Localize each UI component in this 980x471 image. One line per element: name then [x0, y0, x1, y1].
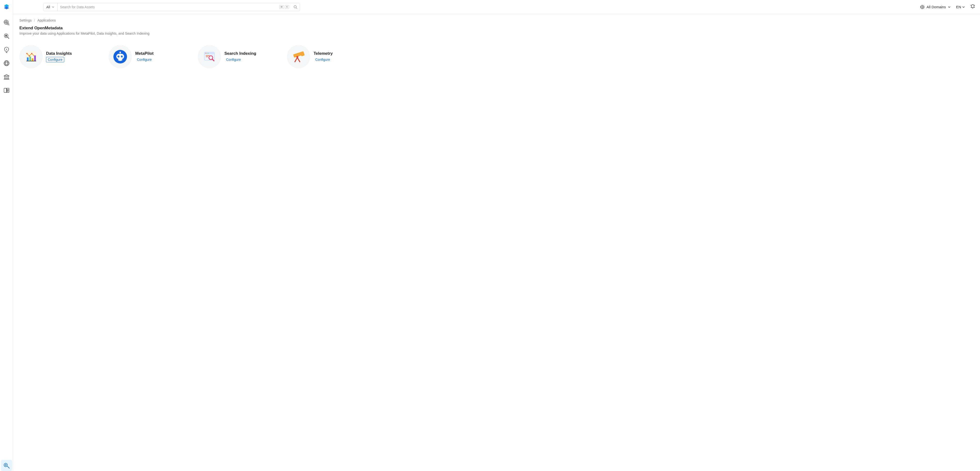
kbd-cmd: ⌘ — [279, 5, 284, 9]
svg-point-6 — [4, 62, 9, 64]
language-label: EN — [956, 5, 961, 9]
breadcrumb-current: Applications — [37, 18, 56, 22]
nav-domains[interactable] — [1, 58, 12, 69]
svg-point-9 — [4, 463, 7, 467]
search-shortcut-hint: ⌘ K — [279, 5, 291, 9]
svg-rect-31 — [120, 53, 121, 54]
app-card-data-insights: Data Insights Configure — [19, 45, 97, 68]
nav-glossary[interactable] — [1, 85, 12, 96]
page-subtitle: Improve your data using Applications for… — [19, 32, 974, 35]
nav-govern[interactable] — [1, 71, 12, 83]
svg-point-16 — [29, 56, 30, 57]
sidebar — [0, 0, 13, 471]
search-input[interactable] — [58, 3, 279, 11]
breadcrumb-separator: / — [34, 18, 35, 22]
nav-settings[interactable] — [1, 460, 12, 471]
svg-point-11 — [294, 6, 296, 8]
app-title: Data Insights — [46, 51, 72, 56]
svg-rect-37 — [206, 55, 210, 56]
app-icon-metapilot — [108, 45, 132, 68]
configure-link[interactable]: Configure — [313, 57, 332, 62]
app-card-metapilot: MetaPilot Configure — [108, 45, 186, 68]
nav-explore[interactable] — [1, 17, 12, 28]
bot-icon — [113, 49, 127, 64]
app-card-search-indexing: Search Indexing Configure — [198, 45, 275, 68]
search-window-icon — [203, 50, 216, 63]
svg-point-8 — [7, 89, 8, 91]
app-icon-search-indexing — [198, 45, 221, 68]
app-card-grid: Data Insights Configure — [19, 45, 974, 68]
svg-rect-23 — [26, 61, 36, 61]
search-filter-label: All — [46, 5, 50, 9]
breadcrumb-root[interactable]: Settings — [19, 18, 32, 22]
bell-icon — [970, 4, 975, 9]
app-logo[interactable] — [3, 3, 10, 10]
nav-observability[interactable] — [1, 30, 12, 42]
svg-rect-25 — [116, 54, 124, 59]
notifications-button[interactable] — [970, 4, 975, 10]
chevron-down-icon — [52, 6, 54, 8]
svg-point-1 — [7, 23, 9, 25]
chevron-down-icon — [962, 6, 965, 8]
page-title: Extend OpenMetadata — [19, 26, 974, 30]
configure-link[interactable]: Configure — [224, 57, 243, 62]
kbd-k: K — [285, 5, 289, 9]
svg-point-34 — [205, 53, 206, 54]
svg-rect-20 — [29, 56, 31, 61]
app-icon-telemetry — [287, 45, 310, 68]
content: Settings / Applications Extend OpenMetad… — [13, 14, 980, 471]
app-title: Search Indexing — [224, 51, 256, 56]
svg-point-29 — [122, 56, 123, 56]
svg-rect-21 — [32, 58, 33, 61]
app-title: Telemetry — [313, 51, 333, 56]
language-selector[interactable]: EN — [956, 5, 965, 9]
svg-point-7 — [5, 61, 8, 66]
svg-point-28 — [118, 56, 119, 56]
svg-point-36 — [208, 53, 208, 54]
svg-point-26 — [118, 56, 119, 57]
breadcrumb: Settings / Applications — [19, 18, 974, 22]
configure-link[interactable]: Configure — [46, 57, 64, 62]
search-bar: All ⌘ K — [43, 3, 300, 11]
svg-point-27 — [121, 56, 123, 57]
svg-rect-22 — [34, 56, 36, 61]
domain-selector[interactable]: All Domains — [920, 5, 951, 9]
svg-point-10 — [5, 465, 6, 466]
configure-link[interactable]: Configure — [135, 57, 153, 62]
svg-rect-41 — [300, 51, 305, 56]
bar-chart-icon — [24, 50, 38, 63]
svg-point-35 — [207, 53, 207, 54]
app-icon-data-insights — [19, 45, 43, 68]
chevron-down-icon — [948, 6, 951, 8]
header: All ⌘ K All Domains — [13, 0, 980, 14]
domain-label: All Domains — [926, 5, 946, 9]
nav-insights[interactable] — [1, 44, 12, 55]
telescope-icon — [291, 50, 305, 64]
app-card-telemetry: Telemetry Configure — [287, 45, 364, 68]
search-icon — [293, 5, 298, 9]
svg-point-15 — [26, 53, 28, 54]
svg-point-17 — [31, 53, 32, 54]
svg-rect-19 — [27, 57, 29, 61]
svg-rect-38 — [206, 56, 208, 57]
app-title: MetaPilot — [135, 51, 154, 56]
search-filter-dropdown[interactable]: All — [43, 3, 58, 11]
svg-point-4 — [6, 35, 6, 36]
svg-point-5 — [4, 61, 9, 66]
globe-icon — [920, 5, 924, 9]
search-button[interactable] — [291, 5, 300, 9]
